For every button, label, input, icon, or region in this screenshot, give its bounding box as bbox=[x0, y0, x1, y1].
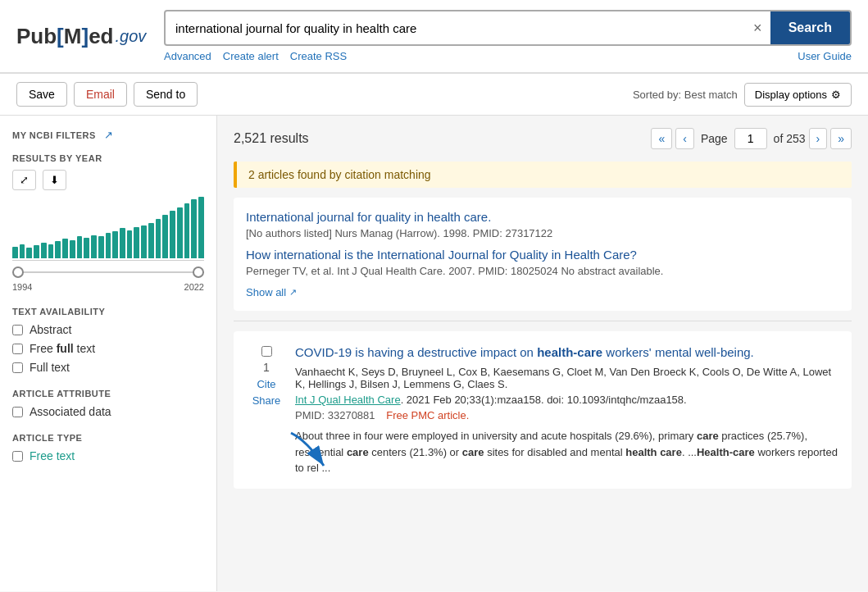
search-input[interactable] bbox=[166, 13, 745, 43]
logo-ed: ed bbox=[89, 24, 113, 49]
chart-bar bbox=[84, 238, 89, 258]
external-icon: ↗ bbox=[289, 287, 297, 298]
year-chart bbox=[12, 195, 204, 261]
chart-bar bbox=[98, 236, 104, 258]
chart-bar bbox=[120, 228, 125, 258]
article-pmid-line: PMID: 33270881 Free PMC article. bbox=[295, 409, 839, 421]
results-by-year-section: RESULTS BY YEAR ⤢ ⬇ 1994 2022 bbox=[12, 153, 204, 292]
share-label[interactable]: Share bbox=[252, 394, 281, 407]
toolbar: Save Email Send to Sorted by: Best match… bbox=[0, 74, 868, 116]
results-header: 2,521 results « ‹ Page of 253 › » bbox=[234, 128, 852, 149]
external-link-icon[interactable]: ↗ bbox=[104, 129, 113, 141]
logo-pub: Pub bbox=[16, 24, 57, 49]
chart-bar bbox=[162, 215, 168, 258]
show-all-label: Show all bbox=[246, 286, 286, 298]
results-count: 2,521 results bbox=[234, 131, 309, 146]
chart-bar bbox=[12, 247, 18, 258]
search-bar: × Search bbox=[164, 10, 852, 46]
chart-controls: ⤢ ⬇ bbox=[12, 170, 204, 190]
article-title-link[interactable]: COVID-19 is having a destructive impact … bbox=[295, 344, 839, 361]
last-page-button[interactable]: » bbox=[830, 128, 852, 149]
free-full-text-checkbox[interactable] bbox=[12, 344, 23, 354]
chart-bar bbox=[141, 225, 147, 259]
create-rss-link[interactable]: Create RSS bbox=[290, 50, 347, 62]
free-pmc-label[interactable]: Free PMC article. bbox=[386, 409, 469, 421]
logo: Pub [ M ] ed .gov bbox=[16, 24, 148, 49]
chart-bar bbox=[20, 244, 25, 258]
full-text-checkbox[interactable] bbox=[12, 362, 23, 373]
article-type-label: ARTICLE TYPE bbox=[12, 433, 204, 443]
search-area: × Search Advanced Create alert Create RS… bbox=[164, 10, 852, 62]
logo-m: M bbox=[64, 24, 82, 49]
chart-bar bbox=[198, 197, 204, 258]
article-journal-meta: . 2021 Feb 20;33(1):mzaa158. doi: 10.109… bbox=[401, 394, 687, 406]
email-button[interactable]: Email bbox=[74, 82, 127, 107]
logo-bracket: [ bbox=[57, 24, 64, 49]
article-left: 1 Cite Share bbox=[246, 344, 287, 476]
chart-expand-button[interactable]: ⤢ bbox=[12, 170, 36, 190]
chart-bar bbox=[26, 248, 32, 259]
main-layout: MY NCBI FILTERS ↗ RESULTS BY YEAR ⤢ ⬇ 19… bbox=[0, 116, 868, 591]
advanced-link[interactable]: Advanced bbox=[164, 50, 211, 62]
free-text-item: Free text bbox=[12, 449, 204, 462]
associated-data-checkbox[interactable] bbox=[12, 407, 23, 417]
chart-bar bbox=[191, 199, 197, 258]
article-authors: Vanhaecht K, Seys D, Bruyneel L, Cox B, … bbox=[295, 366, 839, 390]
sorted-by-label: Sorted by: Best match bbox=[633, 89, 738, 101]
free-text-checkbox[interactable] bbox=[12, 451, 23, 462]
chart-bar bbox=[112, 231, 118, 258]
display-options-button[interactable]: Display options ⚙ bbox=[744, 83, 852, 107]
user-guide-link[interactable]: User Guide bbox=[798, 50, 852, 62]
chart-bar bbox=[77, 236, 83, 258]
citation-articles-list: International journal for quality in hea… bbox=[234, 198, 852, 311]
chart-download-button[interactable]: ⬇ bbox=[43, 170, 66, 190]
search-clear-button[interactable]: × bbox=[745, 13, 770, 43]
free-full-text-label[interactable]: Free full text bbox=[30, 342, 95, 355]
save-button[interactable]: Save bbox=[16, 82, 67, 107]
abstract-checkbox[interactable] bbox=[12, 325, 23, 335]
send-to-button[interactable]: Send to bbox=[134, 82, 198, 107]
page-label: Page bbox=[701, 132, 728, 145]
page-of-label: of 253 bbox=[774, 132, 806, 145]
header: Pub [ M ] ed .gov × Search Advanced Crea… bbox=[0, 0, 868, 74]
cite-label[interactable]: Cite bbox=[257, 378, 275, 390]
free-text-label-item[interactable]: Free text bbox=[30, 449, 75, 462]
abstract-label[interactable]: Abstract bbox=[30, 323, 71, 336]
citation-article-1-link[interactable]: International journal for quality in hea… bbox=[246, 210, 839, 224]
article-abstract: About three in four were employed in uni… bbox=[295, 428, 839, 476]
create-alert-link[interactable]: Create alert bbox=[223, 50, 279, 62]
page-input[interactable] bbox=[734, 128, 767, 149]
chart-bar bbox=[48, 244, 54, 258]
article-journal-link[interactable]: Int J Qual Health Care bbox=[295, 394, 401, 406]
citation-article-1-meta: [No authors listed] Nurs Manag (Harrow).… bbox=[246, 227, 839, 239]
show-all-link[interactable]: Show all ↗ bbox=[246, 286, 297, 298]
chart-bar bbox=[134, 227, 139, 258]
article-pmid: PMID: 33270881 bbox=[295, 409, 375, 421]
article-journal-line: Int J Qual Health Care. 2021 Feb 20;33(1… bbox=[295, 394, 839, 406]
associated-data-label[interactable]: Associated data bbox=[30, 405, 111, 418]
year-end-label: 2022 bbox=[184, 282, 204, 292]
gear-icon: ⚙ bbox=[831, 89, 841, 101]
year-range-labels: 1994 2022 bbox=[12, 282, 204, 292]
citation-article-2-link[interactable]: How international is the International J… bbox=[246, 248, 839, 262]
article-checkbox[interactable] bbox=[261, 346, 272, 357]
filter-free-full-text: Free full text bbox=[12, 342, 204, 355]
first-page-button[interactable]: « bbox=[651, 128, 672, 149]
year-slider-left-dot[interactable] bbox=[12, 266, 24, 278]
sidebar: MY NCBI FILTERS ↗ RESULTS BY YEAR ⤢ ⬇ 19… bbox=[0, 116, 217, 591]
article-type-section: ARTICLE TYPE Free text bbox=[12, 433, 204, 462]
year-slider bbox=[12, 266, 204, 279]
chart-bar bbox=[70, 240, 75, 258]
chart-bar bbox=[156, 219, 161, 258]
filter-abstract: Abstract bbox=[12, 323, 204, 336]
full-text-label[interactable]: Full text bbox=[30, 361, 70, 374]
chart-bar bbox=[127, 230, 133, 258]
text-availability-section: TEXT AVAILABILITY Abstract Free full tex… bbox=[12, 307, 204, 374]
search-button[interactable]: Search bbox=[770, 11, 850, 44]
chart-bar bbox=[91, 235, 97, 259]
my-ncbi-filters-section: MY NCBI FILTERS ↗ bbox=[12, 128, 204, 141]
article-attribute-label: ARTICLE ATTRIBUTE bbox=[12, 389, 204, 398]
year-slider-right-dot[interactable] bbox=[193, 266, 204, 278]
next-page-button[interactable]: › bbox=[809, 128, 828, 149]
prev-page-button[interactable]: ‹ bbox=[675, 128, 694, 149]
